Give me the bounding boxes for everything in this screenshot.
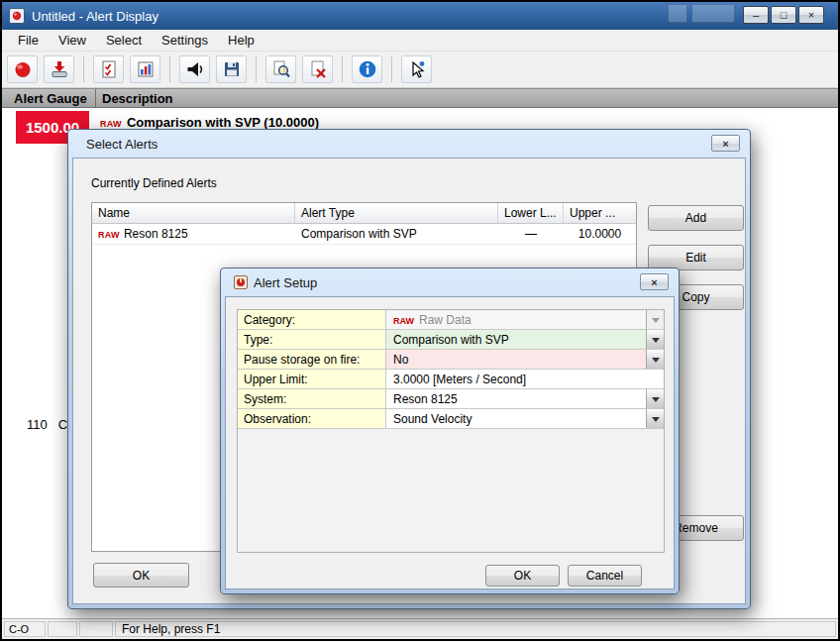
toolbar-separator (83, 56, 84, 82)
toolbar (2, 52, 838, 88)
raw-tag: RAW (393, 316, 414, 326)
system-combobox[interactable]: Reson 8125 (386, 389, 664, 408)
field-value: Reson 8125 (393, 392, 458, 406)
menubar: File View Select Settings Help (2, 30, 838, 52)
chevron-down-icon[interactable] (646, 409, 664, 428)
alarm-button[interactable] (7, 55, 38, 83)
alert-name: Reson 8125 (124, 227, 188, 241)
alert-row[interactable]: RAW Comparison with SVP (10.0000) (100, 115, 319, 130)
column-header-lower-limit[interactable]: Lower L... (498, 203, 564, 223)
find-button[interactable] (265, 55, 296, 83)
alert-setup-grid: Category: RAWRaw Data Type: Comparison w… (237, 309, 665, 553)
field-label: Type: (238, 330, 386, 349)
status-help-text: For Help, press F1 (115, 621, 836, 637)
status-pane-1: C-O (4, 621, 46, 637)
dialog-title: Select Alerts (86, 137, 158, 152)
alert-setup-dialog: Alert Setup × Category: RAWRaw Data Type… (220, 267, 680, 594)
upper-limit-input[interactable]: 3.0000 [Meters / Second] (386, 370, 664, 388)
field-value: Raw Data (419, 313, 472, 327)
field-label: Pause storage on fire: (238, 350, 386, 369)
alerts-table-header: Name Alert Type Lower L... Upper ... (92, 203, 636, 224)
field-label: Category: (238, 310, 386, 329)
field-type: Type: Comparison with SVP (238, 330, 664, 350)
import-icon (50, 59, 69, 79)
field-label: Observation: (238, 409, 386, 428)
chart-button[interactable] (130, 55, 160, 83)
chevron-down-icon[interactable] (646, 389, 664, 408)
remove-view-icon (308, 59, 328, 79)
pointer-icon (407, 59, 427, 79)
field-system: System: Reson 8125 (238, 389, 664, 409)
main-titlebar[interactable]: Untitled - Alert Display – □ × (2, 2, 838, 30)
status-pane-2 (48, 621, 77, 637)
column-header-description[interactable]: Description (96, 89, 838, 107)
alert-description: Comparison with SVP (10.0000) (127, 115, 319, 130)
field-value: Comparison with SVP (393, 333, 509, 347)
field-value: 3.0000 [Meters / Second] (393, 373, 526, 386)
type-combobox[interactable]: Comparison with SVP (386, 330, 664, 349)
chevron-down-icon[interactable] (646, 350, 664, 369)
checklist-button[interactable] (93, 55, 124, 83)
alert-setup-icon (234, 275, 248, 289)
add-button[interactable]: Add (648, 205, 744, 231)
cell-lower-limit: — (498, 227, 564, 241)
toolbar-separator (169, 56, 170, 82)
alert-setup-body: Category: RAWRaw Data Type: Comparison w… (225, 296, 675, 589)
column-header-upper-limit[interactable]: Upper ... (564, 203, 636, 223)
column-header-alert-gauge[interactable]: Alert Gauge (2, 89, 96, 107)
menu-help[interactable]: Help (218, 30, 264, 51)
info-button[interactable] (352, 55, 382, 83)
toolbar-separator (342, 56, 343, 82)
close-icon[interactable]: × (640, 273, 669, 290)
minimize-button[interactable]: – (743, 6, 769, 24)
close-button[interactable]: × (798, 6, 824, 24)
select-alerts-titlebar[interactable]: Select Alerts × (68, 130, 750, 158)
alarm-icon (13, 59, 33, 79)
dialog-title: Alert Setup (254, 275, 317, 290)
category-combobox[interactable]: RAWRaw Data (386, 310, 664, 329)
menu-settings[interactable]: Settings (152, 30, 218, 51)
table-row[interactable]: RAW Reson 8125 Comparison with SVP — 10.… (92, 224, 636, 245)
import-button[interactable] (44, 55, 74, 83)
partial-row-value: 110 (27, 417, 48, 432)
cell-name: RAW Reson 8125 (92, 227, 295, 241)
menu-view[interactable]: View (49, 30, 96, 51)
field-observation: Observation: Sound Velocity (238, 409, 664, 429)
window-title: Untitled - Alert Display (32, 9, 158, 24)
list-header: Alert Gauge Description (2, 88, 838, 108)
window-controls: – □ × (743, 6, 824, 24)
maximize-button[interactable]: □ (771, 6, 796, 24)
chevron-down-icon[interactable] (646, 330, 664, 349)
chart-icon (136, 59, 156, 79)
horn-button[interactable] (179, 55, 210, 83)
save-button[interactable] (216, 55, 247, 83)
pause-storage-combobox[interactable]: No (386, 350, 664, 369)
app-icon (9, 8, 25, 24)
cell-upper-limit: 10.0000 (564, 227, 636, 241)
field-value: No (393, 353, 408, 367)
screen: Untitled - Alert Display – □ × File View… (0, 0, 840, 641)
ghost-window-controls (668, 4, 735, 23)
column-header-name[interactable]: Name (92, 203, 295, 223)
field-pause-storage: Pause storage on fire: No (238, 350, 664, 370)
field-upper-limit: Upper Limit: 3.0000 [Meters / Second] (238, 370, 664, 389)
observation-combobox[interactable]: Sound Velocity (386, 409, 664, 428)
remove-view-button[interactable] (302, 55, 333, 83)
find-icon (271, 59, 291, 79)
menu-file[interactable]: File (8, 30, 49, 51)
raw-tag: RAW (98, 230, 120, 240)
field-label: System: (238, 389, 386, 408)
alert-setup-titlebar[interactable]: Alert Setup × (221, 268, 679, 296)
menu-select[interactable]: Select (96, 30, 152, 51)
ok-button[interactable]: OK (485, 565, 560, 587)
close-icon[interactable]: × (711, 135, 740, 152)
pointer-button[interactable] (401, 55, 432, 83)
field-label: Upper Limit: (238, 370, 386, 388)
cancel-button[interactable]: Cancel (568, 565, 642, 587)
column-header-alert-type[interactable]: Alert Type (295, 203, 498, 223)
cell-alert-type: Comparison with SVP (295, 227, 498, 241)
currently-defined-alerts-label: Currently Defined Alerts (91, 176, 217, 190)
horn-icon (185, 59, 205, 79)
field-category: Category: RAWRaw Data (238, 310, 664, 330)
ok-button[interactable]: OK (93, 563, 189, 588)
